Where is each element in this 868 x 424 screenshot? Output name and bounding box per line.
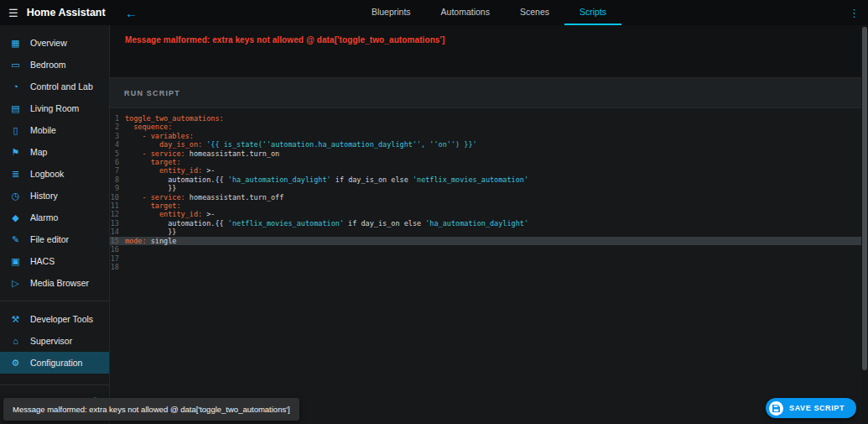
code-line[interactable]: 5 - service: homeassistant.turn_on bbox=[110, 149, 861, 158]
sidebar-item-label: Alarmo bbox=[30, 212, 58, 222]
code-line[interactable]: 12 entity_id: >- bbox=[110, 210, 861, 218]
line-number: 1 bbox=[110, 114, 125, 123]
gear-icon: ⚙ bbox=[9, 358, 22, 369]
code-text: - variables: bbox=[125, 132, 194, 140]
content-header: ← BlueprintsAutomationsScenesScripts ⋮ bbox=[110, 0, 868, 25]
save-script-button[interactable]: SAVE SCRIPT bbox=[766, 398, 856, 418]
code-line[interactable]: 18 bbox=[110, 263, 861, 271]
home-assistant-app: ☰ Home Assistant ← BlueprintsAutomations… bbox=[0, 0, 868, 424]
tab-scripts[interactable]: Scripts bbox=[564, 0, 621, 25]
sidebar-item-label: Media Browser bbox=[30, 278, 89, 288]
sidebar-item-history[interactable]: ◷History bbox=[0, 185, 109, 207]
sidebar-item-label: Overview bbox=[30, 38, 67, 48]
sidebar-item-label: Control and Lab bbox=[30, 81, 93, 92]
code-line[interactable]: 6 target: bbox=[110, 158, 861, 166]
sidebar-item-label: Map bbox=[30, 147, 47, 157]
line-number: 10 bbox=[110, 193, 125, 202]
line-number: 16 bbox=[110, 245, 125, 254]
line-number: 3 bbox=[110, 132, 125, 140]
tab-blueprints[interactable]: Blueprints bbox=[356, 0, 426, 25]
line-number: 6 bbox=[110, 158, 125, 166]
sidebar-item-label: Supervisor bbox=[30, 336, 72, 346]
line-number: 2 bbox=[110, 123, 125, 131]
sidebar-item-label: Logbook bbox=[30, 169, 64, 179]
vertical-scrollbar[interactable] bbox=[861, 25, 868, 424]
line-number: 7 bbox=[110, 166, 125, 175]
code-text: target: bbox=[125, 202, 181, 210]
pencil-icon: ✎ bbox=[9, 234, 22, 245]
line-number: 17 bbox=[110, 254, 125, 263]
sidebar-item-alarmo[interactable]: ◆Alarmo bbox=[0, 207, 109, 228]
code-line[interactable]: 16 bbox=[110, 245, 861, 254]
line-number: 9 bbox=[110, 184, 125, 192]
developer-tools-icon: ⚒ bbox=[9, 314, 22, 325]
tab-bar: BlueprintsAutomationsScenesScripts bbox=[356, 0, 621, 25]
view-dashboard-icon: ▦ bbox=[9, 38, 22, 49]
code-line[interactable]: 17 bbox=[110, 254, 861, 263]
sidebar-item-label: File editor bbox=[30, 234, 69, 244]
code-line[interactable]: 9 }} bbox=[110, 184, 861, 192]
code-line[interactable]: 3 - variables: bbox=[110, 132, 861, 140]
code-text: - service: homeassistant.turn_on bbox=[125, 149, 279, 158]
phone-icon: ▯ bbox=[9, 125, 22, 136]
media-play-icon: ▷ bbox=[9, 278, 22, 289]
sidebar-item-mobile[interactable]: ▯Mobile bbox=[0, 119, 109, 141]
line-number: 15 bbox=[110, 237, 125, 245]
code-line[interactable]: 10 - service: homeassistant.turn_off bbox=[110, 193, 861, 202]
top-bar: ☰ Home Assistant ← BlueprintsAutomations… bbox=[0, 0, 868, 25]
code-text: }} bbox=[125, 184, 176, 192]
sidebar-item-file-editor[interactable]: ✎File editor bbox=[0, 228, 109, 250]
code-text: }} bbox=[125, 228, 176, 236]
app-title: Home Assistant bbox=[27, 7, 106, 18]
sidebar-item-logbook[interactable]: ≣Logbook bbox=[0, 163, 109, 185]
sidebar-item-control-and-lab[interactable]: ◔Control and Lab bbox=[0, 76, 109, 97]
code-text: automation.{{ 'ha_automation_daylight' i… bbox=[125, 175, 528, 184]
sidebar-header: ☰ Home Assistant bbox=[0, 0, 110, 25]
line-number: 8 bbox=[110, 175, 125, 184]
sidebar-item-label: Mobile bbox=[30, 125, 56, 135]
sidebar-item-label: Configuration bbox=[30, 358, 82, 368]
sidebar-item-bedroom[interactable]: ▭Bedroom bbox=[0, 54, 109, 76]
hacs-icon: ▣ bbox=[9, 256, 22, 267]
code-text: entity_id: >- bbox=[125, 210, 215, 218]
sidebar-item-developer-tools[interactable]: ⚒Developer Tools bbox=[0, 308, 109, 330]
line-number: 5 bbox=[110, 149, 125, 158]
run-script-header[interactable]: RUN SCRIPT bbox=[110, 78, 861, 108]
code-text: entity_id: >- bbox=[125, 166, 215, 175]
yaml-code-editor[interactable]: 1toggle_two_automations:2 sequence:3 - v… bbox=[110, 109, 861, 424]
sidebar-item-label: History bbox=[30, 191, 58, 201]
overflow-menu-icon[interactable]: ⋮ bbox=[849, 0, 860, 25]
history-clock-icon: ◷ bbox=[9, 191, 22, 202]
sidebar-item-living-room[interactable]: ▤Living Room bbox=[0, 97, 109, 119]
tab-scenes[interactable]: Scenes bbox=[505, 0, 564, 25]
sidebar-item-supervisor[interactable]: ⌂Supervisor bbox=[0, 330, 109, 352]
script-editor-card: RUN SCRIPT 1toggle_two_automations:2 seq… bbox=[110, 77, 861, 424]
sidebar-item-hacs[interactable]: ▣HACS bbox=[0, 250, 109, 272]
back-arrow-icon[interactable]: ← bbox=[125, 0, 138, 25]
sidebar-item-configuration[interactable]: ⚙Configuration bbox=[0, 352, 109, 374]
code-text: automation.{{ 'netflix_movies_automation… bbox=[125, 219, 528, 228]
hamburger-menu-icon[interactable]: ☰ bbox=[8, 7, 18, 19]
map-marker-icon: ⚑ bbox=[9, 147, 22, 158]
code-text: day_is_on: '{{ is_state(''automation.ha_… bbox=[125, 140, 477, 149]
sidebar-item-overview[interactable]: ▦Overview bbox=[0, 32, 109, 54]
code-line[interactable]: 2 sequence: bbox=[110, 123, 861, 131]
code-text: target: bbox=[125, 158, 181, 166]
code-line[interactable]: 8 automation.{{ 'ha_automation_daylight'… bbox=[110, 175, 861, 184]
code-line[interactable]: 15mode: single bbox=[110, 237, 861, 245]
sidebar-item-media-browser[interactable]: ▷Media Browser bbox=[0, 272, 109, 294]
toast-message: Message malformed: extra keys not allowe… bbox=[3, 398, 299, 421]
scrollbar-thumb[interactable] bbox=[862, 27, 867, 370]
sidebar-divider bbox=[0, 385, 109, 385]
code-line[interactable]: 11 target: bbox=[110, 202, 861, 210]
code-line[interactable]: 7 entity_id: >- bbox=[110, 166, 861, 175]
code-line[interactable]: 13 automation.{{ 'netflix_movies_automat… bbox=[110, 219, 861, 228]
code-line[interactable]: 4 day_is_on: '{{ is_state(''automation.h… bbox=[110, 140, 861, 149]
sidebar-item-label: Developer Tools bbox=[30, 314, 93, 324]
logbook-icon: ≣ bbox=[9, 169, 22, 180]
sidebar-item-label: HACS bbox=[30, 256, 55, 266]
tab-automations[interactable]: Automations bbox=[426, 0, 505, 25]
code-line[interactable]: 1toggle_two_automations: bbox=[110, 114, 861, 123]
sidebar-item-map[interactable]: ⚑Map bbox=[0, 141, 109, 163]
code-line[interactable]: 14 }} bbox=[110, 228, 861, 236]
